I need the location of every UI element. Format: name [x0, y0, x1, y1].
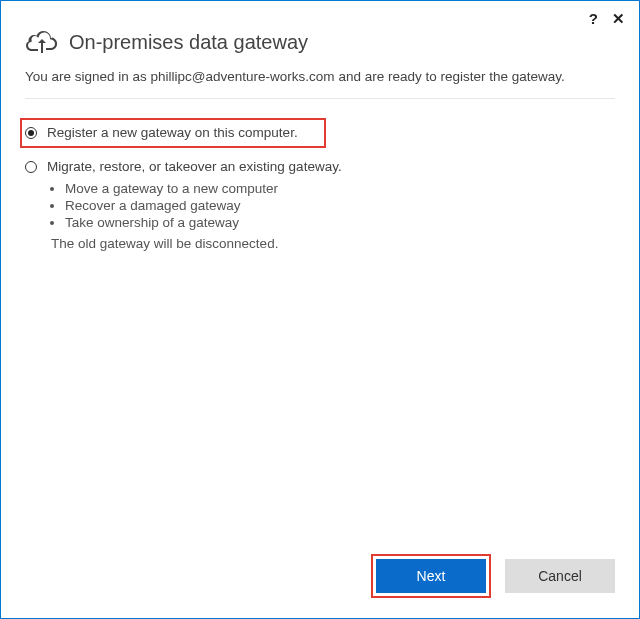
close-icon[interactable]: ✕	[612, 11, 625, 26]
signin-status: You are signed in as phillipc@adventure-…	[25, 69, 615, 84]
help-icon[interactable]: ?	[589, 11, 598, 26]
option-migrate-label: Migrate, restore, or takeover an existin…	[47, 159, 615, 175]
divider	[25, 98, 615, 99]
options-group: Register a new gateway on this computer.…	[25, 125, 615, 251]
radio-migrate[interactable]	[25, 161, 37, 173]
cloud-upload-icon	[25, 29, 59, 55]
migrate-sublist: Move a gateway to a new computer Recover…	[51, 181, 615, 230]
cancel-button[interactable]: Cancel	[505, 559, 615, 593]
next-button[interactable]: Next	[376, 559, 486, 593]
dialog-header: On-premises data gateway	[25, 29, 615, 55]
dialog-title: On-premises data gateway	[69, 31, 308, 54]
option-register-label: Register a new gateway on this computer.	[47, 125, 615, 141]
migrate-bullet-2: Recover a damaged gateway	[65, 198, 615, 213]
status-email: phillipc@adventure-works.com	[151, 69, 335, 84]
migrate-note: The old gateway will be disconnected.	[51, 236, 615, 251]
status-prefix: You are signed in as	[25, 69, 151, 84]
window-controls: ? ✕	[589, 11, 625, 26]
option-migrate[interactable]: Migrate, restore, or takeover an existin…	[25, 159, 615, 251]
gateway-dialog: ? ✕ On-premises data gateway You are sig…	[0, 0, 640, 619]
highlight-next: Next	[371, 554, 491, 598]
migrate-bullet-1: Move a gateway to a new computer	[65, 181, 615, 196]
dialog-footer: Next Cancel	[371, 554, 615, 598]
option-register[interactable]: Register a new gateway on this computer.	[25, 125, 615, 141]
radio-register[interactable]	[25, 127, 37, 139]
status-suffix: and are ready to register the gateway.	[335, 69, 565, 84]
migrate-bullet-3: Take ownership of a gateway	[65, 215, 615, 230]
